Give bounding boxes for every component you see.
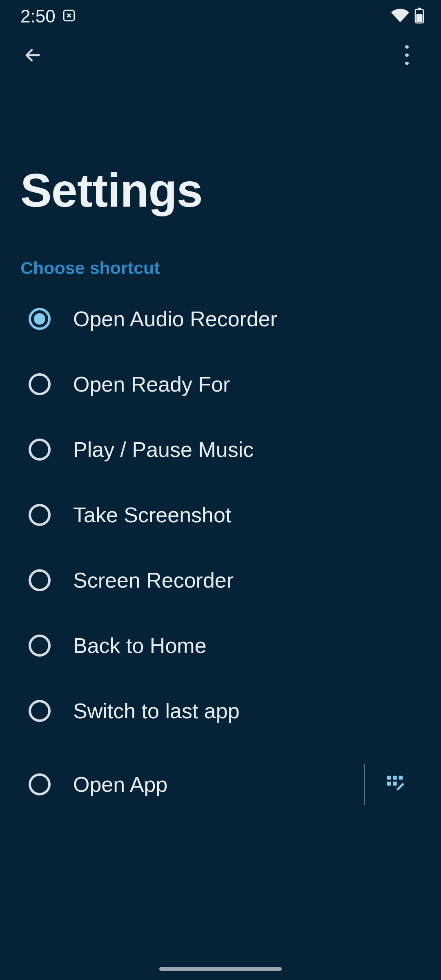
- option-row[interactable]: Take Screenshot: [20, 482, 421, 548]
- option-label: Open Audio Recorder: [73, 307, 421, 331]
- option-label: Take Screenshot: [73, 503, 421, 527]
- svg-rect-2: [418, 8, 421, 10]
- page-title: Settings: [20, 163, 421, 217]
- radio-button[interactable]: [29, 635, 51, 657]
- wifi-icon: [391, 7, 409, 26]
- svg-rect-8: [393, 782, 397, 786]
- radio-button[interactable]: [29, 439, 51, 461]
- status-left: 2:50: [20, 6, 76, 27]
- radio-button[interactable]: [29, 773, 51, 795]
- svg-rect-4: [387, 776, 391, 780]
- option-row[interactable]: Open Audio Recorder: [20, 286, 421, 352]
- option-row[interactable]: Switch to last app: [20, 678, 421, 744]
- option-label: Play / Pause Music: [73, 437, 421, 462]
- shortcut-options-list: Open Audio RecorderOpen Ready ForPlay / …: [0, 286, 441, 825]
- status-bar: 2:50: [0, 0, 441, 33]
- radio-button[interactable]: [29, 308, 51, 330]
- status-time: 2:50: [20, 6, 56, 27]
- navigation-gesture-handle[interactable]: [159, 967, 282, 971]
- more-vertical-icon: [405, 45, 409, 49]
- apps-edit-icon: [385, 774, 404, 793]
- more-button[interactable]: [397, 45, 416, 65]
- svg-rect-7: [387, 782, 391, 786]
- option-row[interactable]: Screen Recorder: [20, 548, 421, 613]
- arrow-left-icon: [22, 45, 43, 66]
- svg-rect-3: [416, 14, 423, 22]
- option-label: Open App: [73, 772, 342, 797]
- svg-rect-6: [399, 776, 403, 780]
- option-row[interactable]: Play / Pause Music: [20, 417, 421, 482]
- battery-icon: [414, 7, 425, 25]
- radio-button[interactable]: [29, 569, 51, 591]
- option-row[interactable]: Open App: [20, 744, 421, 825]
- app-bar: [0, 33, 441, 78]
- option-row[interactable]: Back to Home: [20, 613, 421, 678]
- status-app-icon: [62, 6, 76, 27]
- option-row[interactable]: Open Ready For: [20, 352, 421, 417]
- svg-rect-5: [393, 776, 397, 780]
- option-label: Back to Home: [73, 633, 421, 658]
- radio-button[interactable]: [29, 504, 51, 526]
- radio-button[interactable]: [29, 700, 51, 722]
- back-button[interactable]: [20, 43, 45, 67]
- title-area: Settings: [0, 78, 441, 217]
- vertical-divider: [364, 764, 365, 805]
- radio-button[interactable]: [29, 373, 51, 395]
- edit-app-section: [364, 764, 421, 805]
- option-label: Open Ready For: [73, 372, 421, 396]
- section-label: Choose shortcut: [0, 217, 441, 286]
- edit-app-button[interactable]: [385, 774, 404, 795]
- option-label: Screen Recorder: [73, 568, 421, 592]
- status-right: [391, 7, 425, 26]
- option-label: Switch to last app: [73, 699, 421, 723]
